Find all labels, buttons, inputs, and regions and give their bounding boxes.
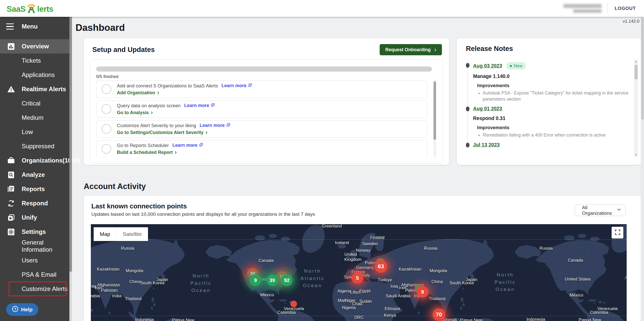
help-label: Help xyxy=(21,306,33,313)
world-map[interactable]: RussiaKazakhstanMongoliaChinaJapanSouth … xyxy=(91,224,627,321)
sidebar-item-medium[interactable]: Medium xyxy=(0,111,69,125)
logout-button[interactable]: LOGOUT xyxy=(613,6,637,11)
task-checkbox-circle[interactable] xyxy=(102,84,111,94)
request-onboarding-button[interactable]: Request Onboarding › xyxy=(380,44,442,55)
page-scrollbar-thumb[interactable] xyxy=(641,18,644,120)
task-checkbox-circle[interactable] xyxy=(102,104,111,114)
connection-cluster-marker[interactable]: 63 xyxy=(375,260,387,273)
fullscreen-button[interactable] xyxy=(612,227,623,238)
task-checkbox-circle[interactable] xyxy=(102,144,111,154)
progress-label: 0/5 finished xyxy=(96,74,118,79)
sidebar-scrollbar-thumb[interactable] xyxy=(69,17,72,272)
release-bullet: Autotask PSA - Expose "Ticket Category" … xyxy=(483,90,631,102)
chevron-down-icon xyxy=(616,207,622,214)
hamburger-icon[interactable] xyxy=(6,23,14,30)
connection-points-title: Last known connection points xyxy=(91,202,187,210)
sidebar-item-psa-email[interactable]: PSA & Email xyxy=(0,268,69,282)
sidebar-item-label: Realtime Alerts xyxy=(22,86,66,93)
task-list: Add and connect 5 Organizations to SaaS … xyxy=(96,81,427,157)
release-notes-card: Release Notes Aug 03 2023NewManage 1.140… xyxy=(457,38,641,165)
tasks-scrollbar-thumb[interactable] xyxy=(434,81,436,140)
sidebar-item-label: Reports xyxy=(22,185,45,193)
chevron-right-icon: › xyxy=(205,130,207,135)
organization-filter-dropdown[interactable]: All Organizations xyxy=(575,205,626,216)
logo-text-lerts: lerts xyxy=(37,4,53,14)
sidebar-item-label: General Information xyxy=(22,239,69,253)
scroll-down-arrow-icon[interactable]: ▼ xyxy=(634,153,638,157)
task-action-link-go-to-analysis[interactable]: Go to Analysis› xyxy=(117,110,215,115)
connection-cluster-marker[interactable]: 9 xyxy=(250,274,261,286)
sidebar-item-applications[interactable]: Applications xyxy=(0,68,69,82)
saas-alerts-logo: SaaS lerts xyxy=(7,3,53,14)
release-notes-scrollbar-thumb[interactable] xyxy=(635,65,638,79)
sidebar-item-settings[interactable]: Settings xyxy=(0,225,69,239)
connection-cluster-marker[interactable]: 5 xyxy=(352,272,363,284)
setup-and-updates-card: Setup and Updates Request Onboarding › 0… xyxy=(84,38,449,165)
sidebar-item-tickets[interactable]: Tickets xyxy=(0,54,69,68)
scroll-up-arrow-icon[interactable]: ▲ xyxy=(634,60,638,64)
gear-icon xyxy=(6,228,16,236)
page-scrollbar[interactable] xyxy=(641,17,644,321)
task-text: Go to Reports Scheduler xyxy=(117,143,169,148)
sidebar-item-organizations-1063[interactable]: Organizations(1063) xyxy=(0,153,69,168)
sidebar-item-respond[interactable]: Respond xyxy=(0,196,69,210)
sidebar-item-label: Tickets xyxy=(22,57,41,64)
task-checkbox-circle[interactable] xyxy=(102,124,111,134)
sidebar-nav: OverviewTicketsApplicationsRealtime Aler… xyxy=(0,39,69,296)
sidebar-item-suppressed[interactable]: Suppressed xyxy=(0,139,69,153)
external-link-icon xyxy=(199,143,203,148)
sync-icon xyxy=(6,199,16,207)
header-divider xyxy=(607,3,608,14)
learn-more-link[interactable]: Learn more xyxy=(172,143,203,148)
connection-cluster-marker[interactable]: 9 xyxy=(417,286,428,298)
question-circle-icon: ? xyxy=(12,305,19,314)
help-button[interactable]: ? Help xyxy=(6,303,38,316)
release-date-link[interactable]: Jul 13 2023 xyxy=(473,142,500,148)
sidebar-item-overview[interactable]: Overview xyxy=(0,39,69,54)
connection-cluster-marker[interactable]: 70 xyxy=(432,308,445,321)
connection-cluster-marker[interactable]: 39 xyxy=(266,274,278,286)
learn-more-link[interactable]: Learn more xyxy=(200,123,230,128)
map-type-satellite-button[interactable]: Satellite xyxy=(117,227,148,241)
tasks-scrollbar[interactable] xyxy=(434,81,436,157)
menu-toggle[interactable]: Menu xyxy=(0,17,72,36)
release-date-link[interactable]: Aug 01 2023 xyxy=(473,106,502,112)
sidebar-item-label: Applications xyxy=(22,71,55,78)
sidebar-item-label: Medium xyxy=(22,114,43,121)
sidebar-item-analyze[interactable]: Analyze xyxy=(0,168,69,182)
badge-dot-icon xyxy=(510,65,512,67)
learn-more-link[interactable]: Learn more xyxy=(184,103,215,108)
connection-point-marker[interactable] xyxy=(290,301,297,307)
map-type-map-button[interactable]: Map xyxy=(94,227,117,241)
release-notes-list: Aug 03 2023NewManage 1.140.0Improvements… xyxy=(466,60,631,153)
sidebar-item-reports[interactable]: Reports xyxy=(0,182,69,196)
page-title: Dashboard xyxy=(76,22,125,33)
sidebar-item-unify[interactable]: Unify xyxy=(0,210,69,225)
task-action-link-go-to-settings-customize-alert-severity[interactable]: Go to Settings/Customize Alert Severity› xyxy=(117,130,230,135)
sidebar-item-label: Overview xyxy=(22,43,49,50)
release-date-link[interactable]: Aug 03 2023 xyxy=(473,63,502,69)
release-notes-title: Release Notes xyxy=(466,45,513,53)
sidebar-item-label: Customize Alerts xyxy=(22,285,68,292)
learn-more-link[interactable]: Learn more xyxy=(221,83,252,88)
task-action-link-add-organization[interactable]: Add Organization› xyxy=(117,90,252,96)
sidebar-item-customize-alerts[interactable]: Customize Alerts xyxy=(0,282,69,296)
release-notes-scrollbar[interactable]: ▲ ▼ xyxy=(634,60,638,157)
sidebar-item-realtime-alerts[interactable]: Realtime Alerts xyxy=(0,82,69,96)
external-link-icon xyxy=(226,123,230,128)
sidebar-item-label: Suppressed xyxy=(22,143,54,150)
layers-icon xyxy=(6,214,16,222)
sidebar-item-label: Low xyxy=(22,128,33,136)
sidebar-scrollbar[interactable] xyxy=(69,17,72,321)
chevron-right-icon: › xyxy=(157,90,159,95)
sidebar-item-general-information[interactable]: General Information xyxy=(0,239,69,253)
sidebar-item-low[interactable]: Low xyxy=(0,125,69,139)
sidebar-item-users[interactable]: Users xyxy=(0,253,69,268)
sidebar-item-critical[interactable]: Critical xyxy=(0,96,69,111)
chevron-right-icon: › xyxy=(151,110,153,115)
task-action-link-build-a-scheduled-report[interactable]: Build a Scheduled Report› xyxy=(117,150,203,155)
main-content: v1.142.0 Dashboard Setup and Updates Req… xyxy=(72,17,644,321)
release-note-entry: Aug 03 2023NewManage 1.140.0Improvements… xyxy=(466,62,631,102)
connection-cluster-marker[interactable]: 92 xyxy=(281,274,293,286)
wifi-alert-icon xyxy=(26,3,37,14)
